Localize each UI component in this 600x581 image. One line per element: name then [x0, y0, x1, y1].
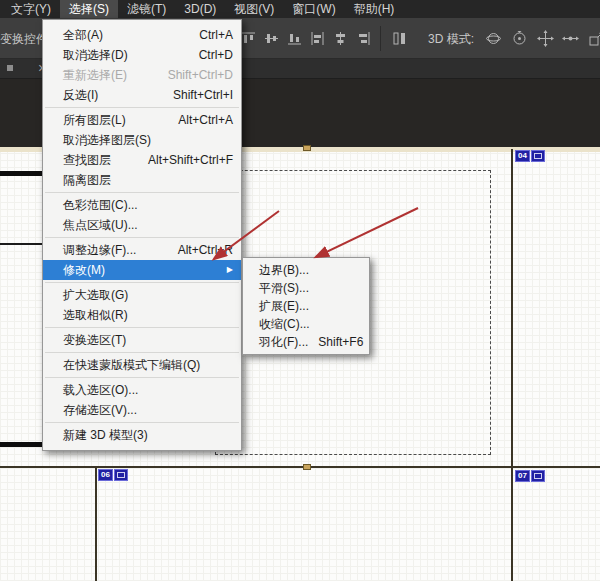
align-bottom-icon[interactable] [286, 30, 303, 47]
menu-item-modify[interactable]: 修改(M) ▶ [43, 260, 241, 280]
menu-item-find-layers[interactable]: 查找图层 Alt+Shift+Ctrl+F [43, 150, 241, 170]
menu-item-transform-selection[interactable]: 变换选区(T) [43, 330, 241, 350]
menu-item-deselect[interactable]: 取消选择(D) Ctrl+D [43, 45, 241, 65]
3d-scale-icon[interactable] [588, 30, 600, 47]
menu-item-inverse[interactable]: 反选(I) Shift+Ctrl+I [43, 85, 241, 105]
menubar-item-3d[interactable]: 3D(D) [175, 0, 225, 18]
slice-image-icon [531, 470, 545, 482]
slice-number: 06 [98, 469, 113, 481]
menu-item-shortcut: Ctrl+D [199, 48, 233, 62]
distribute-spacing-icon[interactable] [391, 30, 408, 47]
menu-item-new-3d-model[interactable]: 新建 3D 模型(3) [43, 425, 241, 445]
menu-item-load-selection[interactable]: 载入选区(O)... [43, 380, 241, 400]
menu-item-label: 调整边缘(F)... [63, 242, 136, 259]
menu-item-shortcut: Alt+Ctrl+A [178, 113, 233, 127]
menu-item-label: 选取相似(R) [63, 307, 128, 324]
distribute-center-icon[interactable] [332, 30, 349, 47]
menu-item-label: 隔离图层 [63, 172, 111, 189]
submenu-item-border[interactable]: 边界(B)... [243, 261, 369, 279]
modify-submenu-popup: 边界(B)... 平滑(S)... 扩展(E)... 收缩(C)... 羽化(F… [242, 257, 370, 355]
slice-badge-06[interactable]: 06 [98, 469, 128, 481]
menu-item-label: 平滑(S)... [259, 280, 309, 297]
menu-separator [45, 192, 239, 193]
menu-item-quick-mask[interactable]: 在快速蒙版模式下编辑(Q) [43, 355, 241, 375]
menu-item-all-layers[interactable]: 所有图层(L) Alt+Ctrl+A [43, 110, 241, 130]
slice-handle[interactable] [303, 464, 311, 470]
align-top-icon[interactable] [240, 30, 257, 47]
menu-separator [45, 422, 239, 423]
options-divider [380, 26, 381, 51]
menu-item-select-all[interactable]: 全部(A) Ctrl+A [43, 25, 241, 45]
menu-item-focus-area[interactable]: 焦点区域(U)... [43, 215, 241, 235]
menu-item-reselect: 重新选择(E) Shift+Ctrl+D [43, 65, 241, 85]
slice-line-vertical-left[interactable] [95, 467, 97, 581]
menu-item-color-range[interactable]: 色彩范围(C)... [43, 195, 241, 215]
slice-line-vertical-right[interactable] [511, 149, 513, 581]
align-vertical-center-icon[interactable] [263, 30, 280, 47]
menu-item-label: 羽化(F)... [259, 334, 308, 351]
menu-item-label: 所有图层(L) [63, 112, 126, 129]
slice-number: 04 [515, 150, 530, 162]
slice-image-icon [531, 150, 545, 162]
submenu-item-feather[interactable]: 羽化(F)... Shift+F6 [243, 333, 369, 351]
3d-roll-icon[interactable] [511, 30, 528, 47]
select-menu-popup: 全部(A) Ctrl+A 取消选择(D) Ctrl+D 重新选择(E) Shif… [42, 19, 242, 451]
3d-mode-label: 3D 模式: [428, 31, 474, 48]
menu-item-isolate-layers[interactable]: 隔离图层 [43, 170, 241, 190]
photoshop-window: 文字(Y) 选择(S) 滤镜(T) 3D(D) 视图(V) 窗口(W) 帮助(H… [0, 0, 600, 581]
menu-item-label: 在快速蒙版模式下编辑(Q) [63, 357, 200, 374]
3d-drag-icon[interactable] [537, 30, 554, 47]
menu-bar: 文字(Y) 选择(S) 滤镜(T) 3D(D) 视图(V) 窗口(W) 帮助(H… [0, 0, 600, 18]
menu-item-shortcut: Ctrl+A [199, 28, 233, 42]
menubar-item-filter[interactable]: 滤镜(T) [118, 0, 175, 18]
unsaved-dot-icon [7, 65, 13, 71]
distribute-bottom-icon[interactable] [355, 30, 372, 47]
menu-item-grow[interactable]: 扩大选取(G) [43, 285, 241, 305]
slice-badge-07[interactable]: 07 [515, 470, 545, 482]
distribute-top-icon[interactable] [309, 30, 326, 47]
slice-badge-04[interactable]: 04 [515, 150, 545, 162]
submenu-arrow-icon: ▶ [227, 260, 233, 280]
menu-item-refine-edge[interactable]: 调整边缘(F)... Alt+Ctrl+R [43, 240, 241, 260]
menu-item-label: 修改(M) [63, 262, 105, 279]
menubar-item-help[interactable]: 帮助(H) [345, 0, 404, 18]
submenu-item-smooth[interactable]: 平滑(S)... [243, 279, 369, 297]
menu-item-shortcut: Shift+Ctrl+I [173, 88, 233, 102]
menu-item-label: 查找图层 [63, 152, 111, 169]
menu-separator [45, 237, 239, 238]
slice-handle[interactable] [303, 145, 311, 151]
content-rule-middle [0, 243, 42, 245]
slice-number: 07 [515, 470, 530, 482]
menu-item-label: 重新选择(E) [63, 67, 127, 84]
menu-item-label: 扩大选取(G) [63, 287, 128, 304]
menu-item-label: 扩展(E)... [259, 298, 309, 315]
submenu-item-contract[interactable]: 收缩(C)... [243, 315, 369, 333]
menu-item-save-selection[interactable]: 存储选区(V)... [43, 400, 241, 420]
menu-separator [45, 352, 239, 353]
menu-item-shortcut: Alt+Shift+Ctrl+F [148, 153, 233, 167]
menu-item-label: 色彩范围(C)... [63, 197, 138, 214]
slice-image-icon [114, 469, 128, 481]
menu-item-label: 取消选择(D) [63, 47, 128, 64]
submenu-item-expand[interactable]: 扩展(E)... [243, 297, 369, 315]
menu-item-label: 边界(B)... [259, 262, 309, 279]
menu-item-label: 全部(A) [63, 27, 103, 44]
transform-controls-label: 变换控件 [0, 31, 48, 48]
menu-item-similar[interactable]: 选取相似(R) [43, 305, 241, 325]
menubar-item-select[interactable]: 选择(S) [60, 0, 118, 18]
menu-item-label: 收缩(C)... [259, 316, 310, 333]
menubar-item-type[interactable]: 文字(Y) [2, 0, 60, 18]
3d-rotate-icon[interactable] [485, 30, 502, 47]
menu-item-shortcut: Alt+Ctrl+R [178, 243, 233, 257]
menu-item-deselect-layers[interactable]: 取消选择图层(S) [43, 130, 241, 150]
menu-item-label: 存储选区(V)... [63, 402, 137, 419]
menu-separator [45, 327, 239, 328]
menubar-item-window[interactable]: 窗口(W) [283, 0, 344, 18]
menubar-item-view[interactable]: 视图(V) [225, 0, 283, 18]
menu-item-label: 变换选区(T) [63, 332, 126, 349]
menu-item-label: 焦点区域(U)... [63, 217, 138, 234]
menu-separator [45, 107, 239, 108]
slice-line-horizontal[interactable] [0, 466, 600, 468]
3d-slide-icon[interactable] [562, 30, 579, 47]
menu-item-shortcut: Shift+Ctrl+D [168, 68, 233, 82]
